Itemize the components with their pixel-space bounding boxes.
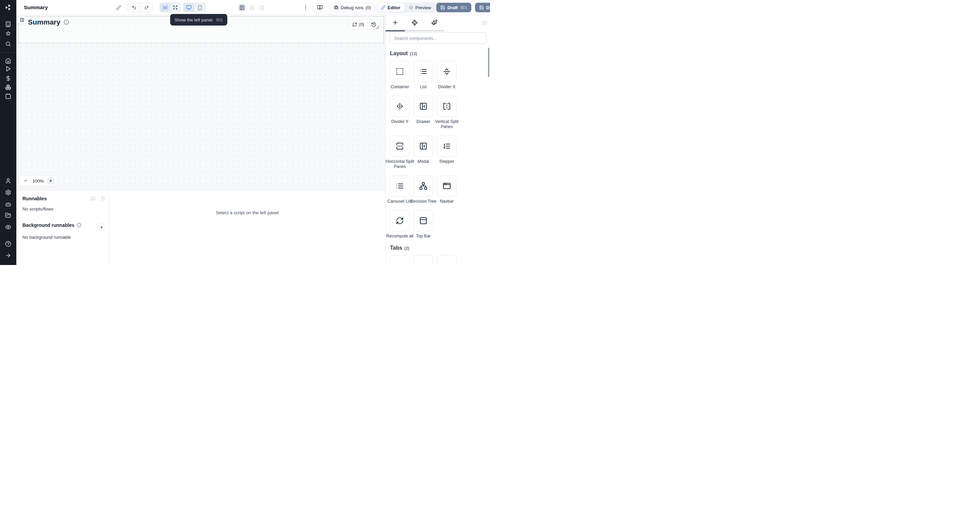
billing-dollar-icon[interactable] <box>5 75 11 81</box>
stepper-component-card[interactable] <box>437 136 457 157</box>
show-component-tree-icon[interactable] <box>18 16 26 24</box>
tabs-component-card[interactable] <box>390 255 410 265</box>
plus-icon <box>392 19 398 26</box>
tabs-components-grid <box>390 255 487 265</box>
redo-button[interactable] <box>140 3 153 12</box>
resize-handle[interactable] <box>375 26 379 29</box>
modal-component-card[interactable] <box>414 136 433 157</box>
component-cell: Top Bar <box>414 210 433 239</box>
runnables-panel: Runnables No scripts/flows Background ru… <box>16 190 109 265</box>
ai-bot-icon[interactable] <box>5 201 11 208</box>
preview-target-icon <box>409 5 414 10</box>
component-cell: Stepper <box>437 136 457 169</box>
deploy-button[interactable]: Deploy <box>475 3 490 12</box>
center-canvas-button[interactable] <box>160 3 170 12</box>
component-label: Stepper <box>432 159 461 164</box>
undo-button[interactable] <box>127 3 140 12</box>
components-list: Layout (13) Container List <box>390 50 487 265</box>
layout-section-title: Layout <box>390 50 408 57</box>
tab-add-component[interactable] <box>385 15 405 31</box>
favorites-star-icon[interactable] <box>5 31 11 37</box>
home-icon[interactable] <box>5 58 11 64</box>
dock-panel-icon[interactable] <box>91 196 95 201</box>
workspace-building-icon[interactable] <box>5 21 11 27</box>
components-panel: Layout (13) Container List <box>385 15 490 265</box>
list-panel-icon[interactable] <box>100 196 105 201</box>
info-icon[interactable] <box>76 223 81 228</box>
bug-icon <box>334 5 339 10</box>
tabs-component-card[interactable] <box>437 255 457 265</box>
app-canvas[interactable]: Summary (0) − 100% + <box>16 15 385 190</box>
folders-icon[interactable] <box>5 212 11 218</box>
recompute-all-component-card[interactable] <box>390 210 410 231</box>
tabs-section-header: Tabs (2) <box>390 245 487 251</box>
top-toolbar: Summary <box>16 0 490 15</box>
preview-tab[interactable]: Preview <box>404 3 435 12</box>
component-diamonds-icon <box>411 19 418 26</box>
recompute-button[interactable]: (0) <box>349 20 368 29</box>
divider-x-component-card[interactable] <box>437 61 457 82</box>
tab-components[interactable] <box>405 15 424 31</box>
decision-tree-component-card[interactable] <box>414 176 433 196</box>
user-icon[interactable] <box>5 178 11 184</box>
windmill-logo-icon[interactable] <box>5 4 12 11</box>
desktop-monitor-icon[interactable] <box>183 3 194 12</box>
component-cell: Modal <box>414 136 433 169</box>
component-cell: Navbar <box>437 176 457 204</box>
bottom-panel: Runnables No scripts/flows Background ru… <box>16 190 385 265</box>
paintbrush-icon <box>431 19 438 26</box>
panel-scrollbar[interactable] <box>488 48 489 77</box>
more-menu-icon[interactable] <box>301 3 310 11</box>
drawer-component-card[interactable] <box>414 96 433 117</box>
draft-button[interactable]: Draft ⌘S <box>436 3 471 12</box>
schedules-calendar-icon[interactable] <box>5 93 11 99</box>
collapse-panel-icon[interactable] <box>482 21 487 25</box>
edit-title-pencil-icon[interactable] <box>115 3 123 11</box>
container-component-card[interactable] <box>390 61 410 82</box>
zoom-out-button[interactable]: − <box>22 177 29 185</box>
tabs-component-card[interactable] <box>414 255 433 265</box>
info-icon[interactable] <box>64 19 69 25</box>
component-cell: Vertical Split Panes <box>437 96 457 129</box>
divider-y-icon <box>396 102 404 110</box>
debug-runs-button[interactable]: Debug runs (0) <box>330 3 375 12</box>
editor-label: Editor <box>388 5 401 10</box>
deploy-label: Deploy <box>486 5 490 10</box>
search-components-input[interactable] <box>390 32 487 44</box>
vertical-split-panes-component-card[interactable] <box>437 96 457 117</box>
watch-eye-icon[interactable] <box>5 224 11 230</box>
toggle-bottom-panel-icon[interactable] <box>248 4 256 11</box>
no-scripts-text: No scripts/flows <box>22 206 53 212</box>
left-sidebar <box>0 0 16 265</box>
horizontal-split-panes-component-card[interactable] <box>390 136 410 157</box>
expand-sidebar-arrow-icon[interactable] <box>5 252 11 259</box>
canvas-title-row: Summary <box>28 18 69 26</box>
docs-book-button[interactable] <box>313 3 327 12</box>
container-icon <box>396 67 404 76</box>
navbar-component-card[interactable] <box>437 176 457 196</box>
toggle-left-panel-icon[interactable] <box>238 4 246 11</box>
list-component-card[interactable] <box>414 61 433 82</box>
zoom-in-button[interactable]: + <box>47 177 54 185</box>
help-icon[interactable] <box>5 241 11 247</box>
carousel-list-component-card[interactable] <box>390 176 410 196</box>
tab-theme[interactable] <box>425 15 444 31</box>
mobile-smartphone-icon[interactable] <box>194 3 205 12</box>
component-cell: Carousel List <box>390 176 410 204</box>
settings-gear-icon[interactable] <box>5 189 11 196</box>
runs-play-icon[interactable] <box>5 66 11 72</box>
recompute-icon <box>396 217 404 225</box>
component-cell: Decision Tree <box>414 176 433 204</box>
canvas-summary-title: Summary <box>28 18 60 26</box>
editor-tab[interactable]: Editor <box>377 3 404 12</box>
resources-boxes-icon[interactable] <box>5 84 11 90</box>
toggle-right-panel-icon[interactable] <box>258 4 266 11</box>
fullscreen-expand-icon[interactable] <box>170 3 180 12</box>
tooltip: Show the left panel. ⌘B <box>170 14 227 26</box>
component-cell: Recompute all <box>390 210 410 239</box>
search-icon[interactable] <box>5 41 11 47</box>
add-background-runnable-button[interactable] <box>97 223 105 231</box>
divider-y-component-card[interactable] <box>390 96 410 117</box>
top-bar-component-card[interactable] <box>414 210 433 231</box>
save-icon <box>440 5 445 10</box>
